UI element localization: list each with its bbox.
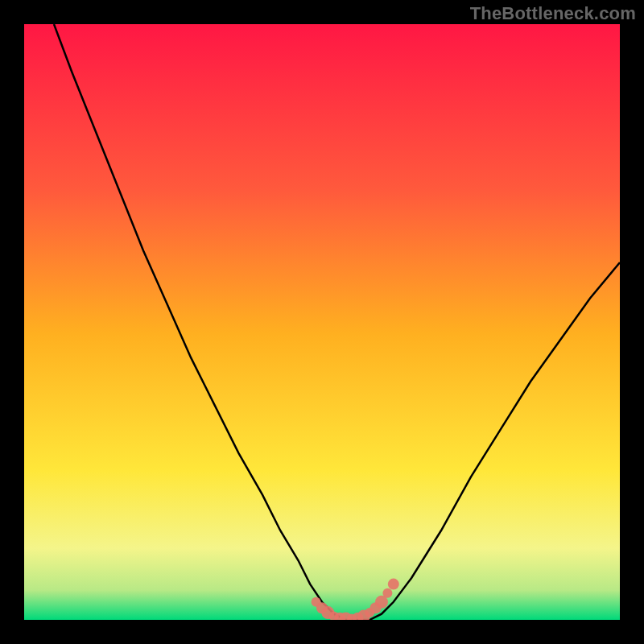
gradient-background bbox=[24, 24, 620, 620]
bottleneck-chart bbox=[24, 24, 620, 620]
marker-dot bbox=[382, 588, 392, 598]
outer-frame: TheBottleneck.com bbox=[0, 0, 644, 644]
marker-dot bbox=[388, 579, 399, 590]
watermark-text: TheBottleneck.com bbox=[470, 3, 636, 24]
